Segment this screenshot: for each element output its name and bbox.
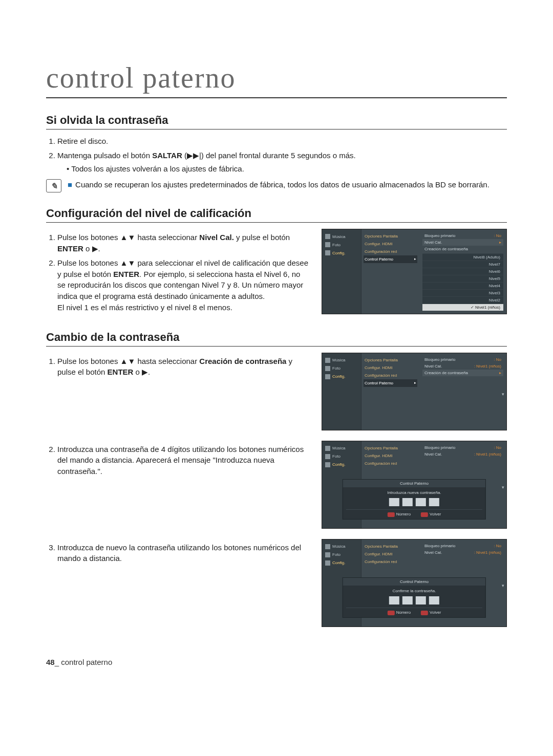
side-foto: Foto: [324, 241, 359, 249]
scroll-arrow-icon: ▾: [502, 485, 504, 490]
kv-nivel: Nivel Cal.: Nivel1 (niños): [422, 451, 503, 458]
side-musica: Música: [324, 356, 359, 364]
side-foto: Foto: [324, 364, 359, 373]
m-control-paterno: Control Paterno: [364, 379, 417, 387]
s1-step2: Mantenga pulsado el botón SALTAR (▶▶|) d…: [57, 150, 507, 175]
m-configur-hdmi: Configur. HDMI: [364, 452, 417, 460]
pw-digit: [416, 498, 426, 506]
btn-volver: Volver: [421, 610, 441, 615]
s3-step3: Introduzca de nuevo la contraseña utiliz…: [57, 542, 309, 565]
note-text: ■Cuando se recuperan los ajustes predete…: [68, 179, 490, 190]
s3-step1: Pulse los botones ▲▼ hasta seleccionar C…: [57, 356, 309, 378]
kv-creacion: Creación de contraseña▸: [422, 370, 503, 376]
m-configuracion-red: Configuración red: [364, 558, 417, 566]
pw-digit: [402, 498, 413, 506]
side-config: Config.: [324, 559, 359, 567]
pw-digit: [402, 596, 413, 604]
pw-digit: [389, 596, 399, 604]
m-control-paterno: Control Paterno: [364, 255, 417, 263]
pw-digit: [389, 498, 399, 506]
section-forgot-password-title: Si olvida la contraseña: [46, 114, 507, 129]
opt-nivel7: Nivel7: [422, 261, 503, 268]
m-opciones-pantalla: Opciones Pantalla: [364, 356, 417, 364]
m-configur-hdmi: Configur. HDMI: [364, 240, 417, 248]
m-opciones-pantalla: Opciones Pantalla: [364, 543, 417, 550]
s2-step1: Pulse los botones ▲▼ hasta seleccionar N…: [57, 232, 309, 254]
password-boxes: [346, 596, 482, 604]
s2-s1-e: o ▶.: [83, 244, 100, 253]
kv-nivel: Nivel Cal.▸: [422, 239, 503, 246]
m-configuracion-red: Configuración red: [364, 460, 417, 467]
side-foto: Foto: [324, 551, 359, 559]
note-icon: ✎: [46, 179, 61, 192]
s3-s1-d: ENTER: [108, 368, 134, 376]
screenshot-enter-new-password: Música Foto Config. Opciones Pantalla Co…: [322, 441, 507, 529]
section-rating-level-title: Configuración del nivel de calificación: [46, 207, 507, 223]
pw-digit: [429, 596, 439, 604]
modal-prompt-confirm: Confirme la contraseña.: [346, 589, 482, 593]
s2-s1-c: y pulse el botón: [234, 233, 290, 242]
modal-title: Control Paterno: [343, 480, 485, 487]
side-musica: Música: [324, 232, 359, 241]
side-musica: Música: [324, 543, 359, 551]
password-confirm-modal: Control Paterno Confirme la contraseña. …: [343, 577, 486, 617]
s3-s1-e: o ▶.: [133, 368, 150, 376]
modal-title: Control Paterno: [343, 578, 485, 586]
m-configuracion-red: Configuración red: [364, 372, 417, 379]
pw-digit: [416, 596, 426, 604]
s1-step2-sub: • Todos los ajustes volverán a los ajust…: [67, 163, 507, 175]
side-musica: Música: [324, 444, 359, 452]
scroll-arrow-icon: ▾: [502, 392, 504, 397]
opt-nivel5: Nivel5: [422, 275, 503, 282]
m-configuracion-red: Configuración red: [364, 248, 417, 255]
s2-s1-a: Pulse los botones ▲▼ hasta seleccionar: [57, 233, 199, 242]
kv-creacion: Creación de contraseña: [422, 246, 503, 252]
side-config: Config.: [324, 461, 359, 469]
kv-nivel: Nivel Cal.: Nivel1 (niños): [422, 363, 503, 370]
m-configur-hdmi: Configur. HDMI: [364, 550, 417, 558]
page-footer: 48_ control paterno: [46, 658, 507, 666]
scroll-arrow-icon: ▾: [502, 583, 504, 588]
s2-step2: Pulse los botones ▲▼ para seleccionar el…: [57, 257, 309, 313]
side-foto: Foto: [324, 452, 359, 461]
opt-nivel6: Nivel6: [422, 268, 503, 275]
rating-options: Nivel8 (Adulto) Nivel7 Nivel6 Nivel5 Niv…: [422, 253, 503, 311]
s3-step2: Introduzca una contraseña de 4 dígitos u…: [57, 444, 309, 477]
opt-nivel2: Nivel2: [422, 296, 503, 304]
page-number: 48: [46, 658, 55, 666]
s1-step2-b: SALTAR: [152, 151, 182, 160]
btn-numero: Número: [388, 512, 411, 516]
page-title: control paterno: [46, 61, 507, 98]
screenshot-rating-level: Música Foto Config. Opciones Pantalla Co…: [322, 229, 507, 314]
s2-s1-b: Nivel Cal.: [199, 233, 234, 242]
opt-nivel1: ✓ Nivel1 (niños): [422, 304, 503, 311]
s2-s2-tail: El nivel 1 es el más restrictivo y el ni…: [57, 302, 309, 313]
s1-step2-c: (▶▶|) del panel frontal durante 5 segund…: [182, 151, 356, 160]
s1-step1: Retire el disco.: [57, 136, 507, 147]
opt-nivel4: Nivel4: [422, 282, 503, 289]
m-configur-hdmi: Configur. HDMI: [364, 364, 417, 372]
kv-bloqueo: Bloqueo primario: No: [422, 232, 503, 239]
pw-digit: [429, 498, 439, 506]
s2-s1-d: ENTER: [57, 244, 83, 253]
screenshot-confirm-password: Música Foto Config. Opciones Pantalla Co…: [322, 539, 507, 627]
m-opciones-pantalla: Opciones Pantalla: [364, 444, 417, 452]
kv-bloqueo: Bloqueo primario: No: [422, 444, 503, 451]
s1-note: Cuando se recuperan los ajustes predeter…: [75, 180, 490, 189]
s3-s1-b: Creación de contraseña: [199, 357, 286, 365]
section-change-password-title: Cambio de la contraseña: [46, 331, 507, 347]
opt-nivel8: Nivel8 (Adulto): [422, 253, 503, 261]
password-boxes: [346, 498, 482, 506]
kv-bloqueo: Bloqueo primario: No: [422, 356, 503, 363]
btn-numero: Número: [388, 610, 411, 615]
kv-bloqueo: Bloqueo primario: No: [422, 543, 503, 549]
footer-label: control paterno: [61, 658, 112, 666]
btn-volver: Volver: [421, 512, 441, 516]
s3-s1-a: Pulse los botones ▲▼ hasta seleccionar: [57, 357, 199, 365]
m-opciones-pantalla: Opciones Pantalla: [364, 232, 417, 240]
screenshot-change-password-select: Música Foto Config. Opciones Pantalla Co…: [322, 353, 507, 430]
s2-s2-b: ENTER: [113, 270, 139, 278]
kv-nivel: Nivel Cal.: Nivel1 (niños): [422, 549, 503, 556]
opt-nivel3: Nivel3: [422, 289, 503, 296]
side-config: Config.: [324, 249, 359, 257]
